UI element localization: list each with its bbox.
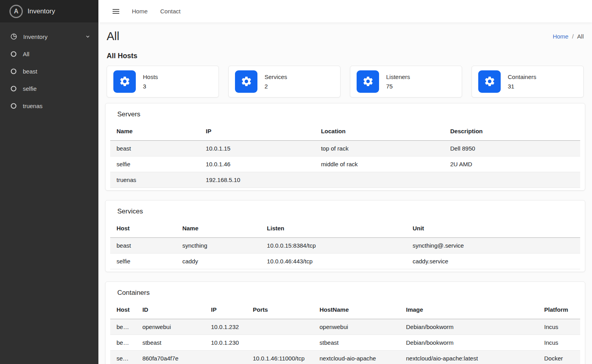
- table-cell: Debian/bookworm: [400, 319, 538, 335]
- table-cell: Incus: [538, 319, 581, 335]
- table-row: selfiecaddy10.0.0.46:443/tcpcaddy.servic…: [110, 253, 580, 269]
- column-header: Ports: [246, 301, 313, 319]
- table-cell: [246, 319, 313, 335]
- hamburger-icon[interactable]: [113, 9, 119, 14]
- table-cell: stbeast: [313, 335, 400, 350]
- sidebar-item-label: selfie: [23, 85, 37, 92]
- gear-icon: [478, 70, 501, 93]
- stat-card-containers: Containers 31: [472, 66, 584, 97]
- table-cell: 10.0.1.46: [200, 156, 315, 172]
- topnav-contact-link[interactable]: Contact: [160, 8, 181, 15]
- column-header: Image: [400, 301, 538, 319]
- chevron-down-icon: [85, 34, 91, 39]
- sidebar-item-truenas[interactable]: truenas: [0, 97, 98, 114]
- table-cell: 192.168.5.10: [200, 172, 315, 188]
- stat-text: Containers 31: [508, 74, 536, 90]
- table-cell: Debian/bookworm: [400, 335, 538, 350]
- breadcrumb-home-link[interactable]: Home: [553, 33, 568, 40]
- table-cell: 10.0.0.46:443/tcp: [261, 253, 406, 269]
- stat-label: Containers: [508, 74, 536, 80]
- stat-label: Services: [265, 74, 287, 80]
- table-cell: beast: [110, 335, 136, 350]
- sidebar-item-label: truenas: [23, 103, 43, 109]
- sidebar-item-beast[interactable]: beast: [0, 63, 98, 80]
- page-title: All: [107, 29, 119, 43]
- app-brand: Inventory: [28, 7, 55, 15]
- servers-card-title: Servers: [117, 110, 578, 118]
- stat-value: 2: [265, 83, 287, 90]
- stat-card-listeners: Listeners 75: [350, 66, 462, 97]
- table-row: truenas192.168.5.10: [110, 172, 580, 188]
- content-column: Home Contact All Home / All All Hosts: [98, 0, 592, 364]
- sidebar-nav: Inventory All beast: [0, 22, 98, 114]
- sidebar-item-label: beast: [23, 68, 37, 75]
- topnav-home-link[interactable]: Home: [132, 8, 148, 15]
- column-header: Description: [444, 123, 580, 141]
- table-cell: nextcloud-aio-apache: [313, 350, 400, 364]
- table-cell: nextcloud/aio-apache:latest: [400, 350, 538, 364]
- stat-value: 3: [143, 83, 158, 90]
- topbar: Home Contact: [98, 0, 592, 22]
- column-header: Name: [176, 220, 261, 238]
- circle-icon: [10, 51, 17, 57]
- column-header: ID: [136, 301, 205, 319]
- table-cell: Incus: [538, 335, 581, 350]
- table-cell: middle of rack: [314, 156, 444, 172]
- table-cell: 2U AMD: [444, 156, 580, 172]
- stat-text: Listeners 75: [386, 74, 410, 90]
- sidebar: A Inventory Inventory: [0, 0, 98, 364]
- containers-card-title: Containers: [117, 289, 578, 297]
- table-cell: syncthing@.service: [406, 237, 580, 253]
- table-row: selfie860fa70a4f7e10.0.1.46:11000/tcpnex…: [110, 350, 580, 364]
- table-cell: truenas: [110, 172, 200, 188]
- column-header: HostName: [313, 301, 400, 319]
- column-header: Host: [110, 220, 176, 238]
- services-card: Services HostNameListenUnit beastsyncthi…: [105, 200, 585, 272]
- breadcrumb-separator: /: [572, 33, 574, 40]
- column-header: Host: [110, 301, 136, 319]
- stat-text: Services 2: [265, 74, 287, 90]
- services-card-title: Services: [117, 208, 578, 215]
- table-row: beastopenwebui10.0.1.232openwebuiDebian/…: [110, 319, 580, 335]
- table-cell: 10.0.0.15:8384/tcp: [261, 237, 406, 253]
- table-cell: 10.0.1.46:11000/tcp: [246, 350, 313, 364]
- circle-icon: [10, 68, 17, 75]
- stat-value: 31: [508, 83, 536, 90]
- table-cell: [444, 172, 580, 188]
- table-cell: Docker: [538, 350, 581, 364]
- table-cell: openwebui: [313, 319, 400, 335]
- column-header: IP: [205, 301, 246, 319]
- containers-card: Containers HostIDIPPortsHostNameImagePla…: [105, 281, 585, 364]
- breadcrumb: Home / All: [553, 33, 584, 40]
- column-header: IP: [200, 123, 315, 141]
- table-cell: 10.0.1.15: [200, 140, 315, 156]
- circle-icon: [10, 103, 17, 109]
- app-logo: A: [9, 5, 23, 18]
- column-header: Location: [314, 123, 444, 141]
- all-hosts-heading: All Hosts: [107, 52, 584, 60]
- sidebar-item-label: Inventory: [23, 33, 48, 40]
- table-cell: top of rack: [314, 140, 444, 156]
- table-header-row: HostNameListenUnit: [110, 220, 580, 238]
- table-cell: openwebui: [136, 319, 205, 335]
- table-cell: 860fa70a4f7e: [136, 350, 205, 364]
- table-header-row: HostIDIPPortsHostNameImagePlatform: [110, 301, 580, 319]
- table-cell: syncthing: [176, 237, 261, 253]
- gear-icon: [113, 70, 136, 93]
- gear-icon: [235, 70, 257, 93]
- gear-icon: [357, 70, 379, 93]
- table-cell: beast: [110, 319, 136, 335]
- table-row: beastsyncthing10.0.0.15:8384/tcpsyncthin…: [110, 237, 580, 253]
- table-row: selfie10.0.1.46middle of rack2U AMD: [110, 156, 580, 172]
- table-cell: beast: [110, 140, 200, 156]
- sidebar-item-selfie[interactable]: selfie: [0, 80, 98, 97]
- app-window: A Inventory Inventory: [0, 0, 592, 364]
- table-cell: 10.0.1.232: [205, 319, 246, 335]
- table-cell: 10.0.1.230: [205, 335, 246, 350]
- table-cell: beast: [110, 237, 176, 253]
- sidebar-item-inventory[interactable]: Inventory: [0, 28, 98, 45]
- stat-label: Listeners: [386, 74, 410, 80]
- table-cell: [246, 335, 313, 350]
- sidebar-item-label: All: [23, 51, 30, 57]
- sidebar-item-all[interactable]: All: [0, 45, 98, 63]
